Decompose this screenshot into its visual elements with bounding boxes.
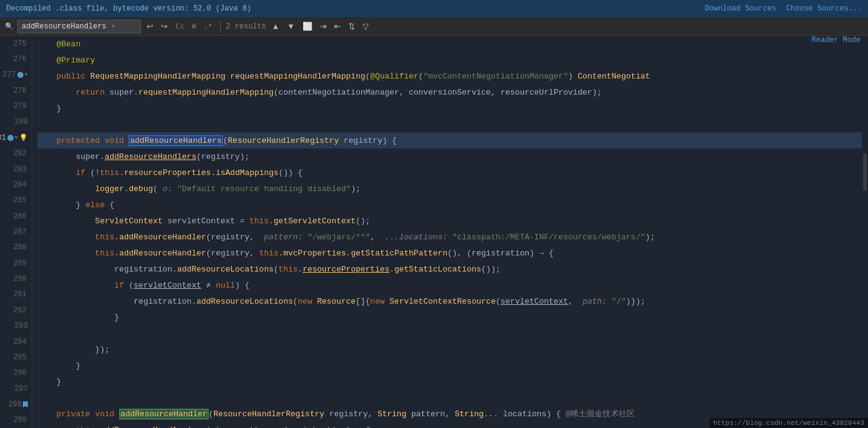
class-RequestMappingHandlerMapping: RequestMappingHandlerMapping: [90, 72, 230, 81]
top-bar: Decompiled .class file, bytecode version…: [0, 0, 868, 17]
gutter-row-285: 285: [0, 193, 32, 208]
code-282a: super.: [37, 152, 105, 161]
method-addResourceHandlers-281: addResourceHandlers: [130, 136, 221, 145]
gutter-row-297: 297: [0, 381, 32, 396]
code-line-280: [37, 116, 862, 132]
code-291e: ,: [568, 297, 582, 306]
line-number-276: 276: [11, 55, 27, 64]
gutter-row-279: 279: [0, 98, 32, 114]
class-ResourceHandlerRegistry: ResourceHandlerRegistry: [228, 136, 338, 145]
fold-arrow-281[interactable]: ▼: [15, 135, 18, 141]
kw-this-287: this: [37, 233, 114, 242]
kw-new2-291: new: [370, 297, 389, 306]
method-getStaticLocations: getStaticLocations: [394, 265, 481, 274]
code-284c: (: [153, 184, 163, 194]
line-number-289: 289: [11, 259, 27, 268]
search-regex-button[interactable]: .*: [201, 22, 215, 31]
class-Resource-291: Resource: [317, 297, 356, 306]
kw-this-289: this: [278, 265, 298, 274]
breakpoint-281[interactable]: [7, 135, 14, 141]
code-284b: .: [124, 184, 129, 194]
kw-return-278: return: [37, 88, 110, 97]
search-option2-button[interactable]: ⇤: [332, 22, 343, 31]
gutter-row-299: 299: [0, 413, 32, 428]
code-line-277: public RequestMappingHandlerMapping requ…: [37, 68, 862, 84]
line-number-285: 285: [11, 196, 27, 205]
download-sources-link[interactable]: Download Sources: [705, 4, 776, 13]
kw-this-288b: this: [259, 249, 278, 258]
gutter-row-296: 296: [0, 366, 32, 381]
line-number-278: 278: [11, 87, 27, 95]
gutter-row-295: 295: [0, 349, 32, 365]
search-option3-button[interactable]: ⇅: [346, 22, 357, 31]
code-line-292: }: [37, 309, 862, 325]
code-line-296: }: [37, 374, 862, 390]
code-282b: (registry);: [196, 152, 249, 161]
breakpoint-277[interactable]: [17, 72, 24, 78]
code-289e: ());: [481, 265, 501, 274]
lightbulb-281[interactable]: 💡: [19, 134, 28, 142]
choose-sources-link[interactable]: Choose Sources...: [786, 4, 862, 13]
code-line-291: registration.addResourceLocations(new Re…: [37, 293, 862, 309]
top-bar-left: Decompiled .class file, bytecode version…: [6, 4, 251, 13]
search-undo-button[interactable]: ↩: [145, 22, 155, 31]
code-line-289: registration.addResourceLocations(this.r…: [37, 261, 862, 277]
paren3-277: ): [568, 72, 578, 81]
code-288e: (), (registration) → {: [447, 249, 554, 258]
code-line-275: @Bean: [37, 36, 862, 52]
next-result-button[interactable]: ▼: [285, 22, 297, 31]
gutter-row-290: 290: [0, 271, 32, 286]
code-288a: .: [114, 249, 119, 258]
search-option1-button[interactable]: ⇥: [318, 22, 329, 31]
line-number-279: 279: [11, 102, 27, 111]
search-clear-button[interactable]: ×: [111, 23, 116, 30]
bookmark-298[interactable]: [23, 401, 28, 408]
string-291: "/": [611, 297, 625, 306]
search-icon: 🔍: [5, 22, 14, 30]
class-String-298a: String: [377, 409, 406, 419]
code2-278: (contentNegotiationManager, conversionSe…: [273, 88, 602, 97]
code-287a: .: [114, 233, 119, 242]
code-298c: pattern,: [406, 409, 455, 419]
wrap-around-button[interactable]: ⬜: [301, 22, 314, 31]
search-options: Cc W .*: [173, 22, 215, 31]
search-whole-word-button[interactable]: W: [189, 22, 199, 31]
prev-result-button[interactable]: ▲: [270, 22, 281, 31]
kw-public-277: public: [37, 72, 90, 81]
line-number-286: 286: [11, 212, 27, 221]
class-ServletContextResource: ServletContextResource: [390, 297, 496, 306]
code-line-288: this.addResourceHandler(registry, this.m…: [37, 245, 862, 261]
qualifier-277: @Qualifier: [370, 72, 418, 81]
gutter-row-276: 276: [0, 51, 32, 67]
code-281: (: [223, 136, 228, 145]
class-ContentNegotiat: ContentNegotiat: [578, 72, 650, 81]
fold-arrow-277[interactable]: ▼: [25, 72, 28, 78]
code-284a: [37, 184, 95, 194]
code-287b: (registry,: [206, 233, 264, 242]
code-283c: .: [211, 168, 216, 178]
line-number-282: 282: [11, 149, 27, 158]
search-match-298: addResourceHandler: [119, 409, 208, 419]
scrollbar-thumb[interactable]: [863, 153, 867, 190]
search-case-sensitive-button[interactable]: Cc: [173, 22, 187, 31]
line-number-287: 287: [11, 228, 27, 236]
code-286c: ();: [356, 216, 370, 226]
search-filter-button[interactable]: ▽: [361, 22, 371, 31]
code-286a: servletContext =: [168, 216, 250, 226]
scrollbar-track[interactable]: [862, 36, 868, 428]
gutter-row-284: 284: [0, 177, 32, 192]
kw-this-288: this: [37, 249, 114, 258]
kw-if-290: if: [37, 281, 129, 290]
code-298a: (: [208, 409, 213, 419]
gutter-row-298: 298: [0, 396, 32, 412]
file-info-label: Decompiled .class file, bytecode version…: [6, 4, 251, 13]
line-number-277: 277: [0, 71, 16, 79]
hint-o-284: o:: [163, 184, 177, 194]
line-number-299: 299: [11, 416, 27, 424]
code-283b: .: [119, 168, 124, 178]
kw-new-291: new: [298, 297, 317, 306]
search-redo-button[interactable]: ↪: [159, 22, 170, 31]
gutter-row-287: 287: [0, 224, 32, 239]
gutter-row-291: 291: [0, 287, 32, 302]
kw-if-283: if: [37, 168, 90, 178]
